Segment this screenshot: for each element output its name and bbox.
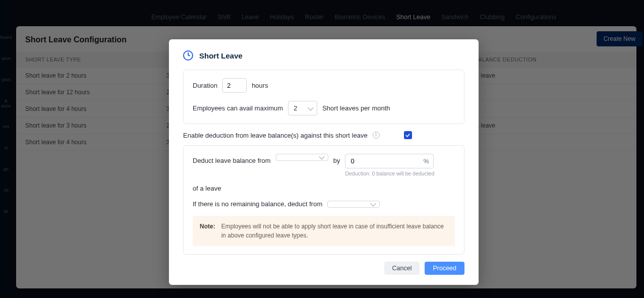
- fallback-label: If there is no remaining balance, deduct…: [193, 200, 322, 208]
- percent-symbol: %: [424, 158, 429, 165]
- duration-label: Duration: [193, 82, 217, 89]
- deduct-from-select[interactable]: [276, 154, 328, 161]
- cancel-button[interactable]: Cancel: [384, 262, 420, 275]
- duration-panel: Duration hours Employees can avail maxim…: [183, 70, 464, 124]
- info-icon[interactable]: i: [373, 132, 380, 139]
- duration-input[interactable]: [222, 78, 247, 93]
- chevron-down-icon: [319, 154, 324, 159]
- avail-suffix: Short leaves per month: [322, 104, 390, 112]
- duration-unit: hours: [252, 82, 268, 89]
- avail-label: Employees can avail maximum: [193, 104, 283, 112]
- proceed-button[interactable]: Proceed: [425, 262, 464, 275]
- avail-max-value: 2: [294, 104, 297, 112]
- enable-deduction-row: Enable deduction from leave balance(s) a…: [183, 131, 464, 139]
- enable-deduction-label: Enable deduction from leave balance(s) a…: [183, 132, 368, 139]
- enable-deduction-checkbox[interactable]: [404, 131, 412, 139]
- fallback-select[interactable]: [327, 201, 380, 208]
- deduct-percent-input[interactable]: [345, 154, 434, 168]
- deduction-panel: Deduct leave balance from by % Deduction…: [183, 145, 464, 255]
- of-leave-label: of a leave: [193, 182, 221, 192]
- short-leave-modal: Short Leave Duration hours Employees can…: [169, 39, 479, 285]
- clock-icon: [183, 50, 193, 61]
- modal-footer: Cancel Proceed: [183, 262, 464, 275]
- note-box: Note: Employees will not be able to appl…: [193, 216, 455, 246]
- deduction-helper-text: Deduction: 0 balance will be deducted: [345, 170, 434, 176]
- check-icon: [405, 133, 411, 138]
- chevron-down-icon: [371, 201, 376, 206]
- modal-header: Short Leave: [183, 50, 464, 61]
- modal-title: Short Leave: [199, 51, 243, 60]
- by-label: by: [333, 154, 340, 164]
- chevron-down-icon: [308, 105, 314, 110]
- deduct-from-label: Deduct leave balance from: [193, 154, 271, 164]
- note-title: Note:: [200, 222, 215, 240]
- avail-max-select[interactable]: 2: [288, 101, 317, 115]
- note-body: Employees will not be able to apply shor…: [221, 222, 448, 240]
